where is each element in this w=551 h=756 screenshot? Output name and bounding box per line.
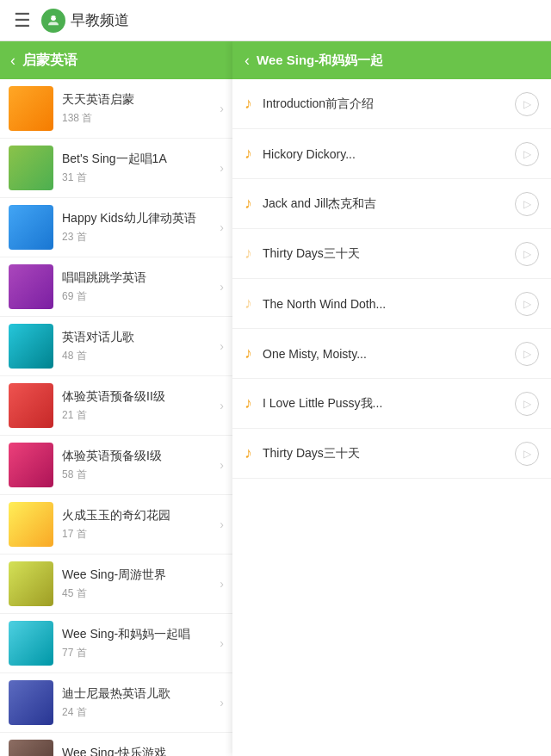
left-panel-title: 启蒙英语 — [22, 52, 77, 70]
left-item-count: 24 首 — [62, 705, 216, 720]
left-list-item[interactable]: 火成玉玉的奇幻花园 17 首 › — [0, 495, 232, 555]
left-item-name: 体验英语预备级I级 — [62, 448, 216, 463]
left-item-info: 唱唱跳跳学英语 69 首 — [62, 270, 216, 303]
play-button[interactable]: ▷ — [515, 442, 539, 466]
music-note-icon: ♪ — [245, 195, 252, 213]
left-item-name: Happy Kids幼儿律动英语 — [62, 210, 216, 226]
left-list-item[interactable]: 迪士尼最热英语儿歌 24 首 › — [0, 673, 232, 733]
song-name: The North Wind Doth... — [263, 297, 515, 311]
song-item[interactable]: ♪ Jack and Jill杰克和吉 ▷ — [232, 179, 551, 229]
chevron-right-icon: › — [220, 220, 224, 234]
song-item[interactable]: ♪ I Love Little Pussy我... ▷ — [232, 379, 551, 429]
song-item[interactable]: ♪ The North Wind Doth... ▷ — [232, 279, 551, 329]
music-note-icon: ♪ — [245, 95, 252, 113]
left-thumb — [9, 205, 53, 250]
left-item-name: 迪士尼最热英语儿歌 — [62, 685, 216, 701]
left-thumb — [9, 383, 53, 428]
left-thumb — [9, 502, 53, 547]
left-item-count: 21 首 — [62, 408, 216, 423]
play-button[interactable]: ▷ — [515, 142, 539, 166]
song-name: Introduction前言介绍 — [263, 96, 515, 112]
left-item-name: 火成玉玉的奇幻花园 — [62, 507, 216, 523]
left-thumb — [9, 740, 53, 756]
left-thumb — [9, 264, 53, 309]
left-thumb — [9, 324, 53, 369]
chevron-right-icon: › — [220, 517, 224, 531]
left-thumb — [9, 561, 53, 606]
left-thumb — [9, 443, 53, 487]
left-list-item[interactable]: Bet's Sing一起唱1A 31 首 › — [0, 139, 232, 198]
left-item-info: Wee Sing-和妈妈一起唱 77 首 — [62, 626, 216, 660]
play-button[interactable]: ▷ — [515, 392, 539, 416]
logo-area: 早教频道 — [41, 9, 129, 33]
music-note-icon: ♪ — [245, 344, 252, 363]
play-button[interactable]: ▷ — [515, 192, 539, 216]
play-button[interactable]: ▷ — [515, 342, 539, 366]
chevron-right-icon: › — [220, 696, 224, 710]
menu-icon[interactable]: ☰ — [14, 9, 31, 32]
chevron-right-icon: › — [220, 339, 224, 353]
app-title: 早教频道 — [71, 10, 129, 30]
play-icon: ▷ — [523, 198, 531, 210]
left-list-item[interactable]: 英语对话儿歌 48 首 › — [0, 317, 232, 376]
left-item-name: 体验英语预备级II级 — [62, 388, 216, 404]
left-item-count: 23 首 — [62, 230, 216, 245]
left-list-item[interactable]: 体验英语预备级I级 58 首 › — [0, 436, 232, 495]
play-icon: ▷ — [523, 148, 531, 160]
chevron-right-icon: › — [220, 280, 224, 294]
app-logo — [41, 9, 65, 33]
left-item-name: 英语对话儿歌 — [62, 329, 216, 344]
left-item-info: 体验英语预备级II级 21 首 — [62, 388, 216, 422]
left-item-info: 天天英语启蒙 138 首 — [62, 91, 216, 125]
left-back-button[interactable]: ‹ — [10, 52, 15, 70]
play-button[interactable]: ▷ — [515, 92, 539, 116]
left-item-name: Wee Sing-快乐游戏 — [62, 745, 216, 756]
song-name: Thirty Days三十天 — [263, 446, 515, 462]
right-sub-back-button[interactable]: ‹ — [245, 52, 250, 70]
song-item[interactable]: ♪ One Misty, Moisty... ▷ — [232, 329, 551, 379]
music-note-icon: ♪ — [245, 145, 252, 163]
left-item-info: 火成玉玉的奇幻花园 17 首 — [62, 507, 216, 541]
song-name: I Love Little Pussy我... — [263, 396, 515, 412]
left-item-count: 48 首 — [62, 349, 216, 363]
song-name: Hickory Dickory... — [263, 147, 515, 161]
left-item-count: 69 首 — [62, 289, 216, 304]
left-list-item[interactable]: Wee Sing-周游世界 45 首 › — [0, 555, 232, 614]
left-item-name: 天天英语启蒙 — [62, 91, 216, 107]
left-list-item[interactable]: 唱唱跳跳学英语 69 首 › — [0, 257, 232, 317]
play-button[interactable]: ▷ — [515, 292, 539, 316]
left-item-count: 45 首 — [62, 586, 216, 601]
music-note-icon: ♪ — [245, 294, 252, 313]
play-icon: ▷ — [523, 448, 531, 460]
left-list-item[interactable]: 天天英语启蒙 138 首 › — [0, 79, 232, 139]
song-name: One Misty, Moisty... — [263, 347, 515, 361]
svg-point-0 — [51, 15, 56, 21]
play-button[interactable]: ▷ — [515, 242, 539, 266]
left-list-item[interactable]: Wee Sing-快乐游戏 23 首 › — [0, 733, 232, 756]
song-item[interactable]: ♪ Thirty Days三十天 ▷ — [232, 229, 551, 279]
chevron-right-icon: › — [220, 577, 224, 591]
left-list-item[interactable]: Happy Kids幼儿律动英语 23 首 › — [0, 198, 232, 257]
music-note-icon: ♪ — [245, 394, 252, 412]
left-list: 天天英语启蒙 138 首 › Bet's Sing一起唱1A 31 首 › Ha… — [0, 79, 232, 756]
play-icon: ▷ — [523, 298, 531, 310]
svg-point-2 — [55, 16, 57, 18]
play-icon: ▷ — [523, 348, 531, 360]
left-item-info: 体验英语预备级I级 58 首 — [62, 448, 216, 481]
left-list-item[interactable]: Wee Sing-和妈妈一起唱 77 首 › — [0, 614, 232, 673]
song-list: ♪ Introduction前言介绍 ▷ ♪ Hickory Dickory..… — [232, 79, 551, 756]
left-panel: ‹ 启蒙英语 天天英语启蒙 138 首 › Bet's Sing一起唱1A 31… — [0, 41, 232, 756]
left-item-info: Bet's Sing一起唱1A 31 首 — [62, 151, 216, 184]
left-item-name: Wee Sing-和妈妈一起唱 — [62, 626, 216, 641]
chevron-right-icon: › — [220, 458, 224, 472]
left-item-name: Bet's Sing一起唱1A — [62, 151, 216, 166]
chevron-right-icon: › — [220, 636, 224, 650]
top-header: ☰ 早教频道 — [0, 0, 551, 41]
left-item-info: Wee Sing-周游世界 45 首 — [62, 567, 216, 600]
song-item[interactable]: ♪ Introduction前言介绍 ▷ — [232, 79, 551, 129]
left-thumb — [9, 86, 53, 131]
left-panel-header: ‹ 启蒙英语 — [0, 41, 232, 79]
left-list-item[interactable]: 体验英语预备级II级 21 首 › — [0, 376, 232, 436]
song-item[interactable]: ♪ Hickory Dickory... ▷ — [232, 129, 551, 179]
song-item[interactable]: ♪ Thirty Days三十天 ▷ — [232, 429, 551, 479]
